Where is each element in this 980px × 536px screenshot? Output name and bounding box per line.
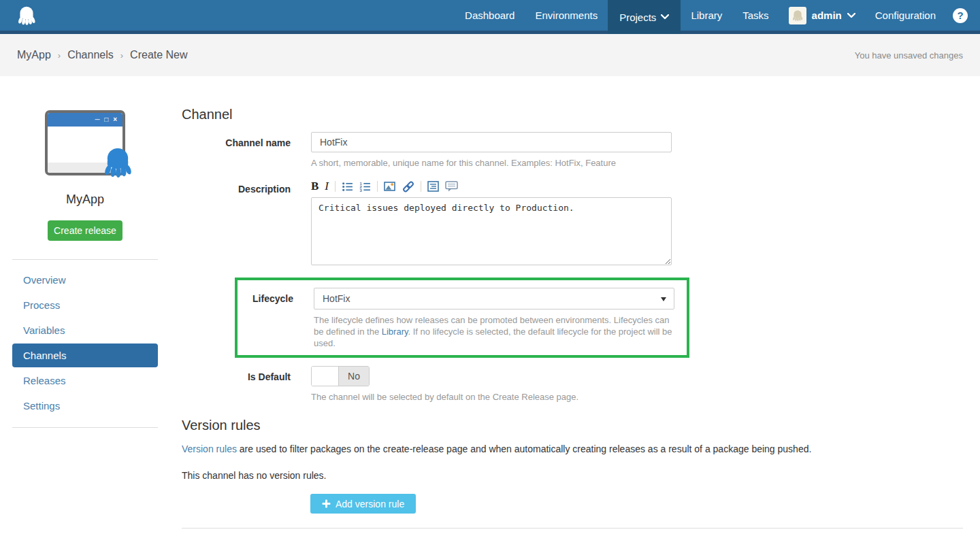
nav-items: Dashboard Environments Projects Library …: [455, 0, 980, 34]
project-icon: ─ □ ×: [45, 110, 125, 175]
version-rules-title: Version rules: [182, 418, 963, 433]
project-octopus-icon: [99, 144, 136, 181]
sidebar-item-process[interactable]: Process: [12, 293, 158, 317]
help-icon[interactable]: ?: [953, 8, 968, 23]
library-link[interactable]: Library: [382, 326, 408, 337]
version-rules-empty-text: This channel has no version rules.: [182, 470, 963, 481]
chevron-down-icon: [661, 297, 666, 301]
sidebar-item-releases[interactable]: Releases: [12, 369, 158, 392]
user-menu[interactable]: admin: [779, 0, 865, 31]
breadcrumb-create-new: Create New: [130, 49, 187, 61]
window-controls-icon: ─ □ ×: [48, 113, 122, 127]
nav-configuration-label: Configuration: [875, 0, 936, 31]
breadcrumb-bar: MyApp › Channels › Create New You have u…: [0, 34, 980, 76]
description-textarea[interactable]: Critical issues deployed directly to Pro…: [311, 197, 672, 265]
add-version-rule-label: Add version rule: [336, 499, 404, 509]
chevron-down-icon: [661, 14, 669, 20]
image-icon[interactable]: [384, 180, 396, 193]
sidebar-item-overview[interactable]: Overview: [12, 268, 158, 292]
avatar-octopus-icon: [791, 9, 804, 22]
comment-icon[interactable]: [445, 180, 458, 193]
sidebar-item-settings[interactable]: Settings: [12, 394, 158, 418]
nav-projects[interactable]: Projects: [608, 0, 681, 34]
lifecycle-select[interactable]: HotFix: [314, 288, 674, 309]
form-divider: [182, 528, 963, 529]
nav-environments-label: Environments: [535, 0, 598, 31]
channel-name-hint: A short, memorable, unique name for this…: [311, 157, 672, 169]
version-rules-intro-text: are used to filter packages on the creat…: [237, 443, 811, 454]
project-name: MyApp: [12, 192, 158, 207]
lifecycle-label: Lifecycle: [238, 288, 293, 349]
plus-icon: [322, 499, 331, 508]
toolbar-divider: [335, 181, 336, 192]
lifecycle-hint: The lifecycle defines how releases can b…: [314, 314, 674, 349]
sidebar-item-channels[interactable]: Channels: [12, 344, 158, 367]
toggle-knob: [312, 367, 339, 386]
italic-icon[interactable]: I: [325, 180, 329, 193]
lifecycle-highlight-box: Lifecycle HotFix The lifecycle defines h…: [235, 278, 689, 358]
avatar: [789, 7, 806, 24]
is-default-hint: The channel will be selected by default …: [311, 391, 672, 403]
nav-library[interactable]: Library: [681, 0, 732, 31]
channel-name-label: Channel name: [182, 132, 291, 169]
octopus-logo-icon: [15, 4, 38, 27]
sidebar-item-variables[interactable]: Variables: [12, 318, 158, 342]
chevron-down-icon: [847, 13, 855, 18]
toolbar-divider: [377, 181, 378, 192]
octopus-logo[interactable]: [15, 0, 38, 31]
richtext-toolbar: B I 123: [311, 178, 672, 195]
channel-name-row: Channel name A short, memorable, unique …: [182, 132, 963, 169]
nav-configuration[interactable]: Configuration: [865, 0, 946, 31]
is-default-label: Is Default: [182, 366, 291, 403]
nav-dashboard[interactable]: Dashboard: [455, 0, 525, 31]
content: ─ □ × MyApp Create release: [0, 76, 980, 536]
nav-dashboard-label: Dashboard: [465, 0, 514, 31]
description-label: Description: [182, 178, 291, 268]
version-rules-intro: Version rules are used to filter package…: [182, 443, 963, 456]
nav-library-label: Library: [691, 0, 722, 31]
is-default-row: Is Default No The channel will be select…: [182, 366, 963, 403]
nav-projects-label: Projects: [619, 2, 656, 33]
help-wrap: ?: [946, 0, 980, 31]
lifecycle-row: Lifecycle HotFix The lifecycle defines h…: [238, 288, 687, 349]
top-navigation: Dashboard Environments Projects Library …: [0, 0, 980, 34]
bullet-list-icon[interactable]: [342, 180, 353, 193]
breadcrumb: MyApp › Channels › Create New: [17, 49, 188, 61]
channel-section-title: Channel: [182, 107, 963, 122]
channel-form: Channel Channel name A short, memorable,…: [158, 76, 980, 536]
add-version-rule-button[interactable]: Add version rule: [310, 494, 416, 514]
help-glyph: ?: [957, 10, 963, 21]
link-icon[interactable]: [402, 180, 414, 193]
create-release-button[interactable]: Create release: [48, 220, 122, 241]
sidebar-nav: Overview Process Variables Channels Rele…: [12, 268, 158, 418]
nav-tasks-label: Tasks: [742, 0, 768, 31]
numbered-list-icon[interactable]: 123: [359, 180, 371, 193]
toolbar-divider: [421, 181, 421, 192]
breadcrumb-project[interactable]: MyApp: [17, 49, 51, 61]
nav-environments[interactable]: Environments: [525, 0, 608, 31]
username: admin: [812, 10, 842, 21]
is-default-toggle[interactable]: No: [311, 366, 370, 386]
breadcrumb-separator: ›: [120, 50, 123, 61]
breadcrumb-separator: ›: [58, 50, 61, 61]
svg-text:3: 3: [360, 188, 363, 192]
bold-icon[interactable]: B: [311, 180, 318, 193]
unsaved-changes-message: You have unsaved changes: [855, 50, 963, 61]
quote-icon[interactable]: [427, 180, 439, 193]
project-sidebar: ─ □ × MyApp Create release: [0, 76, 158, 536]
toggle-state: No: [339, 367, 369, 386]
sidebar-divider: [12, 427, 158, 428]
channel-name-input[interactable]: [311, 132, 672, 152]
lifecycle-selected-value: HotFix: [323, 293, 350, 304]
breadcrumb-channels[interactable]: Channels: [67, 49, 114, 61]
nav-tasks[interactable]: Tasks: [732, 0, 779, 31]
description-row: Description B I 123: [182, 178, 963, 268]
version-rules-link[interactable]: Version rules: [182, 443, 237, 454]
sidebar-divider: [12, 259, 158, 260]
